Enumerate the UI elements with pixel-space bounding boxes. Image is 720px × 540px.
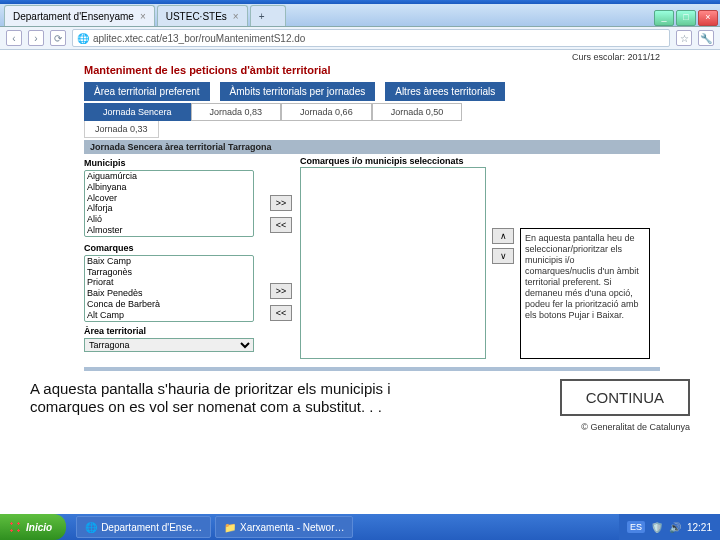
move-up-button[interactable]: ∧ xyxy=(492,228,514,244)
list-item: Alió xyxy=(85,214,253,225)
comarques-label: Comarques xyxy=(84,243,264,253)
divider xyxy=(84,367,660,371)
selected-header: Comarques i/o municipis seleccionats xyxy=(300,156,486,166)
main-tab-2[interactable]: Àmbits territorials per jornades xyxy=(220,82,376,101)
tab-1[interactable]: Departament d'Ensenyame× xyxy=(4,5,155,26)
close-window-button[interactable]: × xyxy=(698,10,718,26)
start-label: Inicio xyxy=(26,522,52,533)
tray-icon[interactable]: 🛡️ xyxy=(651,522,663,533)
close-icon[interactable]: × xyxy=(140,11,146,22)
slide-caption: A aquesta pantalla s'hauria de prioritza… xyxy=(0,371,720,422)
add-comarca-button[interactable]: >> xyxy=(270,283,292,299)
help-note: En aquesta pantalla heu de seleccionar/p… xyxy=(520,228,650,359)
bookmark-icon[interactable]: ☆ xyxy=(676,30,692,46)
jornada-tab-066[interactable]: Jornada 0,66 xyxy=(281,103,372,121)
caption-text: A aquesta pantalla s'hauria de prioritza… xyxy=(30,380,450,416)
new-tab-button[interactable]: + xyxy=(250,5,286,26)
list-item: Alcover xyxy=(85,193,253,204)
main-tab-3[interactable]: Altres àrees territorials xyxy=(385,82,505,101)
jornada-tab-sencera[interactable]: Jornada Sencera xyxy=(84,103,191,121)
wrench-icon[interactable]: 🔧 xyxy=(698,30,714,46)
jornada-tabs-row2: Jornada 0,33 xyxy=(84,121,660,138)
list-item: Tarragonès xyxy=(85,267,253,278)
jornada-tab-050[interactable]: Jornada 0,50 xyxy=(372,103,463,121)
list-item: Baix Penedès xyxy=(85,288,253,299)
taskbar: Inicio 🌐Departament d'Ense… 📁Xarxamenta … xyxy=(0,514,720,540)
municipis-label: Municipis xyxy=(84,158,264,168)
taskbar-item-label: Departament d'Ense… xyxy=(101,522,202,533)
area-territorial-select[interactable]: Tarragona xyxy=(84,338,254,352)
copyright: © Generalitat de Catalunya xyxy=(0,422,720,434)
continua-button[interactable]: CONTINUA xyxy=(560,379,690,416)
jornada-tabs: Jornada Sencera Jornada 0,83 Jornada 0,6… xyxy=(84,103,660,121)
reload-button[interactable]: ⟳ xyxy=(50,30,66,46)
url-text: aplitec.xtec.cat/e13_bor/rouMantenimentS… xyxy=(93,33,305,44)
remove-button[interactable]: << xyxy=(270,217,292,233)
comarques-list[interactable]: Baix Camp Tarragonès Priorat Baix Penedè… xyxy=(84,255,254,322)
tray-icon[interactable]: 🔊 xyxy=(669,522,681,533)
main-tabs: Àrea territorial preferent Àmbits territ… xyxy=(84,82,660,101)
url-input[interactable]: 🌐aplitec.xtec.cat/e13_bor/rouManteniment… xyxy=(72,29,670,47)
list-item: Almoster xyxy=(85,225,253,236)
tab-2[interactable]: USTEC·STEs× xyxy=(157,5,248,26)
clock[interactable]: 12:21 xyxy=(687,522,712,533)
remove-comarca-button[interactable]: << xyxy=(270,305,292,321)
jornada-tab-033[interactable]: Jornada 0,33 xyxy=(84,121,159,138)
move-down-button[interactable]: ∨ xyxy=(492,248,514,264)
list-item: Alt Camp xyxy=(85,310,253,321)
area-territorial-label: Àrea territorial xyxy=(84,326,264,336)
page-content: Curs escolar: 2011/12 Manteniment de les… xyxy=(0,50,720,371)
list-item: Conca de Barberà xyxy=(85,299,253,310)
start-button[interactable]: Inicio xyxy=(0,514,66,540)
taskbar-item-2[interactable]: 📁Xarxamenta - Networ… xyxy=(215,516,353,538)
main-tab-1[interactable]: Àrea territorial preferent xyxy=(84,82,210,101)
tab-2-label: USTEC·STEs xyxy=(166,11,227,22)
taskbar-item-1[interactable]: 🌐Departament d'Ense… xyxy=(76,516,211,538)
selected-list[interactable] xyxy=(300,167,486,359)
system-tray: ES 🛡️ 🔊 12:21 xyxy=(619,514,720,540)
language-indicator[interactable]: ES xyxy=(627,521,645,533)
back-button[interactable]: ‹ xyxy=(6,30,22,46)
close-icon[interactable]: × xyxy=(233,11,239,22)
windows-logo-icon xyxy=(8,520,22,534)
list-item: Baix Camp xyxy=(85,256,253,267)
list-item: Albinyana xyxy=(85,182,253,193)
browser-tabs: Departament d'Ensenyame× USTEC·STEs× + _… xyxy=(0,4,720,27)
jornada-tab-083[interactable]: Jornada 0,83 xyxy=(191,103,282,121)
municipis-list[interactable]: Aiguamúrcia Albinyana Alcover Alforja Al… xyxy=(84,170,254,237)
taskbar-item-label: Xarxamenta - Networ… xyxy=(240,522,344,533)
tab-1-label: Departament d'Ensenyame xyxy=(13,11,134,22)
list-item: Priorat xyxy=(85,277,253,288)
school-year: Curs escolar: 2011/12 xyxy=(572,52,660,62)
address-bar: ‹ › ⟳ 🌐aplitec.xtec.cat/e13_bor/rouMante… xyxy=(0,27,720,50)
page-title: Manteniment de les peticions d'àmbit ter… xyxy=(84,64,660,76)
section-header: Jornada Sencera àrea territorial Tarrago… xyxy=(84,140,660,154)
minimize-button[interactable]: _ xyxy=(654,10,674,26)
forward-button[interactable]: › xyxy=(28,30,44,46)
list-item: Aiguamúrcia xyxy=(85,171,253,182)
add-button[interactable]: >> xyxy=(270,195,292,211)
maximize-button[interactable]: □ xyxy=(676,10,696,26)
list-item: Alforja xyxy=(85,203,253,214)
